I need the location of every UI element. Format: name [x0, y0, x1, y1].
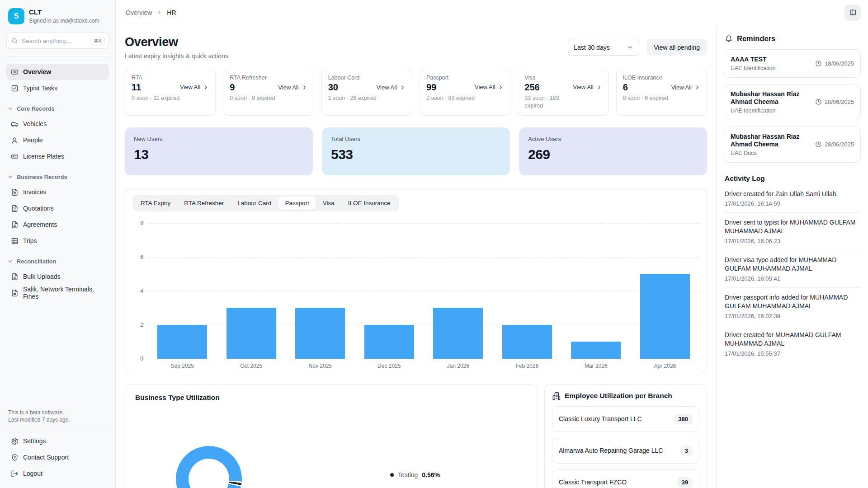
chart-plot-area	[148, 223, 699, 359]
date-range-select[interactable]: Last 30 days	[568, 39, 639, 56]
bar-Dec 2025	[364, 325, 414, 359]
sidebar-item-salik-network-terminals-fines[interactable]: Salik, Network Terminals, Fines	[6, 285, 109, 301]
view-all-pending-button[interactable]: View all pending	[646, 39, 707, 56]
sidebar-item-invoices[interactable]: Invoices	[6, 184, 109, 200]
employee-utilization-title: Employee Utilization per Branch	[565, 392, 672, 400]
help-shield-icon	[11, 454, 19, 461]
expiry-card-title: ILOE Insurance	[623, 75, 700, 81]
sidebar-item-agreements[interactable]: Agreements	[6, 216, 109, 233]
search-input[interactable]	[22, 38, 87, 44]
stat-value: 269	[528, 147, 698, 162]
sidebar-item-logout[interactable]: Logout	[6, 465, 109, 482]
expiry-card-count: 9	[230, 82, 235, 93]
tab-visa[interactable]: Visa	[316, 197, 341, 210]
bar-slot	[561, 223, 631, 359]
sidebar-item-contact-support[interactable]: Contact Support	[6, 449, 109, 465]
sidebar-item-quotations[interactable]: Quotations	[6, 200, 109, 216]
toggle-right-panel-button[interactable]	[844, 5, 861, 21]
sidebar-item-label: People	[23, 136, 43, 144]
sidebar-item-label: Vehicles	[23, 120, 47, 127]
view-all-link[interactable]: View All	[180, 84, 209, 91]
checkbox-check-icon	[11, 84, 19, 92]
view-all-link[interactable]: View All	[278, 84, 307, 91]
user-stats-row: New Users 13 Total Users 533 Active User…	[125, 127, 707, 175]
sidebar-item-label: Overview	[23, 68, 51, 75]
activity-log-item: Driver created for MUHAMMAD GULFAM MUHAM…	[724, 325, 861, 362]
x-tick-label: Dec 2025	[355, 363, 424, 369]
sidebar-item-bulk-uploads[interactable]: Bulk Uploads	[6, 268, 109, 285]
section-core-records[interactable]: Core Records	[7, 105, 108, 112]
clock-icon	[815, 60, 822, 67]
tab-rta-refresher[interactable]: RTA Refresher	[178, 197, 230, 210]
sidebar-item-label: Quotations	[23, 205, 54, 212]
view-all-link[interactable]: View All	[671, 84, 700, 91]
x-tick-label: Feb 2026	[493, 363, 562, 369]
view-all-link[interactable]: View All	[573, 84, 602, 91]
tab-labour-card[interactable]: Labour Card	[231, 197, 278, 210]
bar-Feb 2026	[502, 325, 552, 359]
stat-label: New Users	[134, 136, 304, 142]
bar-Apr 2026	[640, 274, 690, 359]
bar-slot	[148, 223, 217, 359]
sidebar-item-label: Contact Support	[23, 454, 69, 461]
app-root: S CLT Signed in as md@cltdxb.com ⌘K Over…	[0, 0, 868, 488]
section-reconciliation[interactable]: Reconciliation	[7, 258, 108, 265]
x-tick-label: Oct 2025	[217, 363, 286, 369]
business-type-donut-chart	[176, 446, 242, 488]
breadcrumb-overview[interactable]: Overview	[126, 9, 152, 16]
license-plate-icon	[11, 153, 19, 160]
activity-log-item: Driver passport info added for MUHAMMAD …	[724, 288, 861, 325]
sidebar: S CLT Signed in as md@cltdxb.com ⌘K Over…	[0, 0, 116, 488]
sidebar-item-settings[interactable]: Settings	[6, 433, 109, 449]
tab-rta-expiry[interactable]: RTA Expiry	[134, 197, 177, 210]
chevron-down-icon	[627, 44, 633, 51]
bar-slot	[493, 223, 562, 359]
sidebar-footer-divider	[5, 429, 110, 429]
sidebar-item-people[interactable]: People	[6, 132, 109, 148]
count-badge: 39	[677, 477, 693, 488]
expiry-card-visa: Visa 256 View All 33 soon · 183 expired	[518, 69, 609, 116]
banknote-icon	[11, 68, 19, 76]
chevron-right-icon	[156, 9, 162, 15]
y-tick-label: 4	[140, 288, 143, 294]
breadcrumb-hr: HR	[167, 9, 176, 16]
view-all-link[interactable]: View All	[475, 84, 504, 91]
sidebar-item-vehicles[interactable]: Vehicles	[6, 116, 109, 132]
sidebar-item-overview[interactable]: Overview	[6, 64, 109, 80]
business-type-utilization-card: Business Type Utilization Testing 0.56% …	[125, 384, 537, 488]
count-badge: 380	[674, 414, 693, 424]
section-business-records[interactable]: Business Records	[7, 174, 108, 180]
clock-icon	[815, 99, 822, 105]
expiry-card-sub: 0 soon · 9 expired	[230, 94, 284, 102]
tab-passport[interactable]: Passport	[278, 197, 315, 210]
search-box[interactable]: ⌘K	[6, 33, 109, 49]
expiry-card-sub: 0 soon · 11 expired	[132, 94, 186, 102]
sidebar-item-typist-tasks[interactable]: Typist Tasks	[6, 80, 109, 96]
workspace-switcher[interactable]: S CLT Signed in as md@cltdxb.com	[6, 7, 109, 25]
chevron-right-icon	[302, 84, 307, 90]
bar-slot	[355, 223, 424, 359]
chevron-right-icon	[498, 84, 504, 90]
expiry-card-count: 256	[524, 82, 539, 93]
view-all-link[interactable]: View All	[377, 84, 406, 91]
document-icon	[11, 289, 19, 297]
chart-y-axis: 02468	[132, 223, 148, 359]
sidebar-item-label: Trips	[23, 237, 37, 244]
bar-slot	[424, 223, 493, 359]
expiry-card-passport: Passport 99 View All 2 soon · 89 expired	[420, 69, 510, 116]
chart-bars	[148, 223, 699, 359]
legend-dot	[390, 473, 394, 477]
sidebar-item-license-plates[interactable]: License Plates	[6, 148, 109, 164]
document-icon	[11, 188, 19, 196]
expiry-card-sub: 0 soon · 6 expired	[623, 94, 677, 102]
sidebar-item-label: Invoices	[23, 188, 46, 196]
count-badge: 3	[680, 446, 693, 456]
stat-card-active-users: Active Users 269	[519, 127, 707, 175]
x-tick-label: Apr 2026	[631, 363, 700, 369]
tab-iloe-insurance[interactable]: ILOE Insurance	[342, 197, 397, 210]
sidebar-item-trips[interactable]: Trips	[6, 233, 109, 249]
expiry-card-title: RTA	[132, 75, 209, 81]
business-type-title: Business Type Utilization	[135, 394, 527, 402]
bar-slot	[286, 223, 355, 359]
reminder-card: Mubashar Hassan Riaz Ahmad Cheema UAE Id…	[724, 84, 861, 120]
